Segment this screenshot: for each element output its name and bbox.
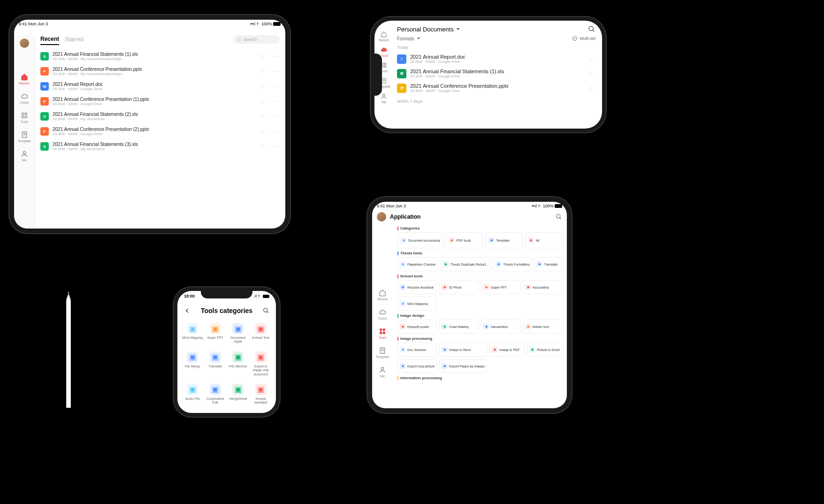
sidebar-item-recent[interactable]: Recent bbox=[376, 285, 389, 305]
back-icon[interactable] bbox=[184, 307, 191, 314]
tool-card[interactable]: ◆ID Photo bbox=[439, 280, 479, 294]
tab-recent[interactable]: Recent bbox=[40, 34, 59, 45]
tool-card[interactable]: ◆Thesis Formatting bbox=[493, 257, 532, 271]
star-icon[interactable]: ☆ bbox=[258, 143, 267, 150]
file-row[interactable]: ⊞ 2021 Annual Financial Statements (1).x… bbox=[397, 66, 595, 81]
tool-item[interactable]: ▣ Document repair bbox=[227, 320, 250, 347]
tool-item[interactable]: ▣ Mind Mapping bbox=[181, 320, 204, 347]
file-row[interactable]: S 2021 Annual Financial Statements (3).x… bbox=[40, 139, 280, 154]
tool-card[interactable]: ◆Translate bbox=[534, 257, 562, 271]
ipad-application-screen: 9:41 Mon Jun 3 ••ıl ᯤ 100% RecentCloudTo… bbox=[372, 202, 567, 408]
tool-item[interactable]: ▣ Cooperative Edit bbox=[204, 381, 227, 408]
tool-icon: ▣ bbox=[255, 351, 267, 363]
search-input[interactable]: Search bbox=[233, 35, 280, 44]
tool-card[interactable]: ◆Picture to Excel bbox=[527, 343, 562, 357]
more-icon[interactable]: ⋯ bbox=[270, 83, 280, 90]
tool-card[interactable]: ◆Thesis Duplicate Reduct... bbox=[441, 257, 491, 271]
tool-card[interactable]: ◆handwriting bbox=[481, 320, 520, 334]
tool-card[interactable]: ◆Doc Scanner bbox=[397, 343, 437, 357]
more-icon[interactable]: ⋯ bbox=[270, 68, 280, 75]
tool-card[interactable]: ◆Artistic font bbox=[523, 320, 562, 334]
tool-card[interactable]: ◆Export Pages as images bbox=[439, 359, 487, 373]
file-meta: 20.3KB · 03/05 · My documents/abcdefgh..… bbox=[53, 72, 254, 76]
star-icon[interactable]: ☆ bbox=[258, 128, 267, 135]
star-icon[interactable]: ☆ bbox=[258, 83, 267, 90]
tool-card[interactable]: ◆Super PPT bbox=[481, 280, 520, 294]
multiselect-button[interactable]: Multi-sel bbox=[572, 36, 595, 41]
tool-card[interactable]: ◆Image to Word bbox=[439, 343, 487, 357]
sidebar-item-template[interactable]: Template bbox=[376, 343, 389, 362]
more-icon[interactable]: ⋯ bbox=[270, 113, 280, 120]
tool-card[interactable]: ◆Kingsoft poster bbox=[397, 320, 437, 334]
tool-item[interactable]: ▣ mergeSheet bbox=[227, 381, 250, 408]
tool-card[interactable]: ◆Image to PDF bbox=[489, 343, 525, 357]
svg-point-7 bbox=[23, 152, 25, 154]
avatar[interactable] bbox=[377, 212, 386, 221]
star-icon[interactable]: ☆ bbox=[258, 53, 267, 60]
file-row[interactable]: ≡ 2021 Annual Report.doc 20.3KB · 03/05 … bbox=[397, 52, 595, 66]
tool-label: Chart Making bbox=[449, 325, 476, 328]
tool-item[interactable]: ▣ Super PPT bbox=[204, 320, 227, 347]
file-row[interactable]: P 2021 Annual Conference Presentation (2… bbox=[40, 124, 280, 139]
sidebar-item-tools[interactable]: Tools bbox=[17, 108, 31, 127]
tool-item[interactable]: ▣ Export to image-only document bbox=[250, 349, 273, 379]
star-icon[interactable]: ☆ bbox=[258, 98, 267, 105]
svg-rect-13 bbox=[384, 66, 386, 68]
sidebar-item-recent[interactable]: Recent bbox=[377, 31, 390, 42]
sidebar-item-tools[interactable]: Tools bbox=[376, 324, 389, 343]
star-icon[interactable]: ☆ bbox=[587, 70, 595, 77]
tool-label: Thesis Duplicate Reduct... bbox=[450, 263, 489, 266]
sidebar-item-template[interactable]: Template bbox=[17, 127, 31, 146]
file-row[interactable]: S 2021 Annual Financial Statements (2).x… bbox=[40, 109, 280, 124]
tool-card[interactable]: ◆Plagiarism Checker bbox=[397, 257, 438, 271]
file-row[interactable]: ◔ 2021 Annual Conference Presentation.pp… bbox=[397, 81, 595, 95]
tool-card[interactable]: ◆Accounting bbox=[523, 280, 562, 294]
tool-item[interactable]: ▣ File Merge bbox=[181, 349, 204, 379]
tool-icon: ◆ bbox=[442, 363, 447, 369]
tool-item[interactable]: ▣ Extract Text bbox=[250, 320, 273, 347]
file-row[interactable]: P 2021 Annual Conference Presentation.pp… bbox=[40, 64, 280, 79]
more-icon[interactable]: ⋯ bbox=[270, 128, 280, 135]
avatar[interactable] bbox=[20, 38, 29, 48]
tool-item[interactable]: ▣ Audio File bbox=[181, 381, 204, 408]
tool-label: Picture to Excel bbox=[537, 348, 560, 351]
tool-card[interactable]: ◆Chart Making bbox=[439, 320, 479, 334]
file-row[interactable]: P 2021 Annual Conference Presentation (1… bbox=[40, 94, 280, 109]
more-icon[interactable]: ⋯ bbox=[270, 143, 280, 150]
sidebar-item-me[interactable]: Me bbox=[17, 146, 31, 166]
tool-card[interactable]: ◆All bbox=[525, 232, 562, 248]
star-icon[interactable]: ☆ bbox=[258, 68, 267, 75]
folder-dropdown[interactable]: Personal Documents bbox=[397, 26, 460, 33]
tool-card[interactable]: ◆Document processing bbox=[397, 232, 443, 248]
tool-label: Artistic font bbox=[533, 325, 560, 328]
tool-item[interactable]: ▣ Translate bbox=[204, 349, 227, 379]
sidebar-item-me[interactable]: Me bbox=[376, 362, 389, 382]
file-row[interactable]: S 2021 Annual Financial Statements (1).x… bbox=[40, 49, 280, 64]
tool-item[interactable]: ▣ Invoice assistant bbox=[250, 381, 273, 408]
star-icon[interactable]: ☆ bbox=[587, 85, 595, 92]
tool-item[interactable]: ▣ File Slimmer bbox=[227, 349, 250, 379]
sidebar-item-cloud[interactable]: Cloud bbox=[376, 305, 389, 324]
tab-starred[interactable]: Starred bbox=[65, 34, 83, 45]
more-icon[interactable]: ⋯ bbox=[270, 98, 280, 105]
tool-card[interactable]: ◆PDF tools bbox=[446, 232, 483, 248]
sidebar-item-cloud[interactable]: Cloud bbox=[17, 89, 31, 108]
tool-card[interactable]: ◆Template bbox=[485, 232, 522, 248]
tool-card[interactable]: ◆Mind Mapping bbox=[397, 297, 437, 311]
search-icon[interactable] bbox=[263, 307, 269, 314]
tool-label: Translate bbox=[208, 365, 222, 371]
star-icon[interactable]: ☆ bbox=[587, 56, 595, 62]
search-icon[interactable] bbox=[556, 214, 562, 220]
file-row[interactable]: W 2021 Annual Report.doc 20.3KB · 03/05 … bbox=[40, 79, 280, 94]
tool-card[interactable]: ◆Resume Assistant bbox=[397, 280, 437, 294]
search-icon[interactable] bbox=[588, 25, 595, 33]
sidebar-item-recent[interactable]: Recent bbox=[17, 69, 31, 89]
more-icon[interactable]: ⋯ bbox=[270, 53, 280, 60]
tool-card[interactable]: ◆Export long picture bbox=[397, 359, 437, 373]
file-name: 2021 Annual Financial Statements (1).xls bbox=[410, 69, 583, 74]
file-name: 2021 Annual Conference Presentation.pptx bbox=[410, 83, 583, 89]
star-icon[interactable]: ☆ bbox=[258, 113, 267, 120]
formats-dropdown[interactable]: Formats bbox=[397, 36, 421, 41]
tool-icon: ◆ bbox=[401, 237, 406, 243]
sidebar: RecentCloudToolsTemplateMe bbox=[372, 282, 393, 408]
